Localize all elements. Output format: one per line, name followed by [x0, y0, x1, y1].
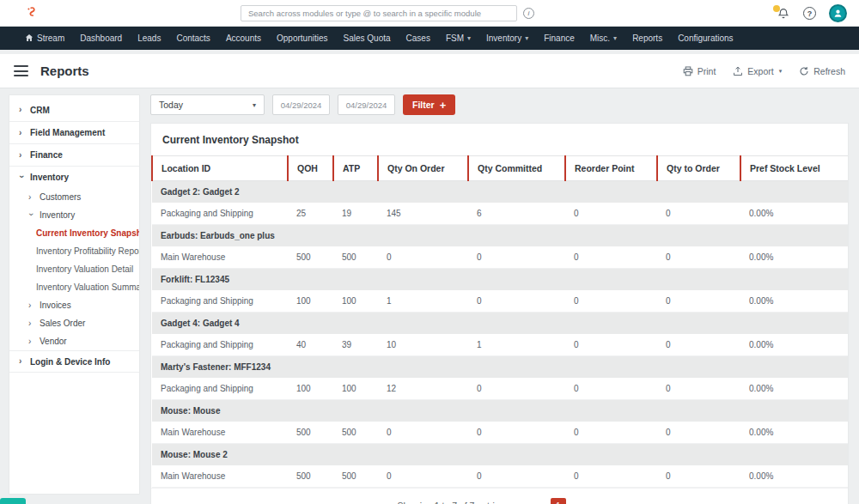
column-header-qty-committed[interactable]: Qty Committed	[468, 156, 565, 181]
table-cell: 0.00%	[740, 246, 848, 269]
sidebar-item-field-management[interactable]: ›Field Management	[9, 121, 139, 143]
table-cell: 0.00%	[740, 203, 848, 225]
sidebar-item-inventory[interactable]: ›Inventory	[9, 206, 139, 224]
sidebar-item-crm[interactable]: ›CRM	[9, 99, 139, 121]
group-label: Forklift: FL12345	[152, 269, 848, 291]
refresh-label: Refresh	[813, 66, 845, 76]
print-button[interactable]: Print	[683, 66, 716, 76]
user-avatar[interactable]	[829, 4, 847, 22]
sidebar-item-customers[interactable]: ›Customers	[9, 188, 139, 206]
table-cell: 0	[657, 246, 740, 269]
sidebar-item-vendor[interactable]: ›Vendor	[9, 332, 139, 350]
end-date-input[interactable]	[338, 94, 395, 115]
table-cell: 0	[565, 334, 657, 356]
table-cell: 145	[378, 203, 468, 225]
start-date-input[interactable]	[272, 94, 330, 115]
group-row: Gadget 2: Gadget 2	[152, 181, 848, 203]
column-header-pref-stock-level[interactable]: Pref Stock Level	[740, 156, 848, 181]
filter-button[interactable]: Filter +	[403, 94, 455, 115]
table-cell: 1	[468, 334, 565, 356]
nav-item-stream[interactable]: Stream	[17, 27, 72, 50]
table-cell: 0	[468, 465, 565, 488]
prev-page-button[interactable]: ‹	[533, 501, 540, 504]
help-button[interactable]: ?	[803, 7, 816, 20]
nav-item-label: Accounts	[226, 33, 261, 43]
group-row: Forklift: FL12345	[152, 269, 848, 291]
notifications-button[interactable]	[777, 7, 790, 21]
nav-item-sales-quota[interactable]: Sales Quota	[336, 27, 399, 50]
chevron-down-icon: ▾	[525, 34, 528, 42]
nav-item-misc[interactable]: Misc.▾	[582, 27, 624, 50]
column-header-qoh[interactable]: QOH	[288, 156, 333, 181]
nav-item-configurations[interactable]: Configurations	[670, 27, 740, 50]
chevron-down-icon: ▾	[613, 34, 617, 42]
table-cell: 0.00%	[740, 290, 848, 313]
table-cell: 0	[468, 422, 565, 444]
search-info-icon[interactable]: i	[523, 8, 534, 19]
table-cell: 500	[288, 246, 333, 269]
table-cell: 500	[288, 465, 333, 488]
table-cell: 0.00%	[740, 334, 848, 356]
table-row: Packaging and Shipping4039101000.00%	[152, 334, 848, 356]
nav-item-leads[interactable]: Leads	[130, 27, 168, 50]
nav-item-accounts[interactable]: Accounts	[218, 27, 269, 50]
table-cell: 0	[378, 422, 468, 444]
table-header-row: Location IDQOHATPQty On OrderQty Committ…	[152, 156, 848, 181]
pagination-summary: Showing 1 to 7 of 7 entries	[398, 501, 504, 504]
sidebar-item-label: Current Inventory Snapshot	[36, 228, 140, 238]
nav-item-fsm[interactable]: FSM▾	[438, 27, 478, 50]
nav-item-opportunities[interactable]: Opportunities	[269, 27, 335, 50]
export-button[interactable]: Export ▾	[733, 66, 782, 76]
refresh-icon	[799, 66, 809, 76]
table-cell: 500	[333, 465, 378, 488]
nav-item-dashboard[interactable]: Dashboard	[72, 27, 130, 50]
sidebar-item-label: Login & Device Info	[30, 357, 110, 367]
nav-item-reports[interactable]: Reports	[624, 27, 670, 50]
column-header-qty-to-order[interactable]: Qty to Order	[657, 156, 740, 181]
group-label: Earbuds: Earbuds_one plus	[152, 225, 848, 247]
sidebar-item-current-inventory-snapshot[interactable]: Current Inventory Snapshot	[9, 224, 139, 242]
sidebar-item-invoices[interactable]: ›Invoices	[9, 296, 139, 314]
nav-item-inventory[interactable]: Inventory▾	[478, 27, 536, 50]
refresh-button[interactable]: Refresh	[799, 66, 845, 76]
sidebar-item-sales-order[interactable]: ›Sales Order	[9, 314, 139, 332]
date-range-select[interactable]: Today ▾	[150, 94, 265, 115]
sidebar-item-inventory-profitability-report[interactable]: Inventory Profitability Report	[9, 242, 139, 260]
current-page-button[interactable]: 1	[551, 498, 566, 504]
global-search-input[interactable]	[241, 5, 517, 21]
plus-icon: +	[440, 100, 447, 111]
column-header-reorder-point[interactable]: Reorder Point	[565, 156, 657, 181]
chevron-icon: ›	[27, 213, 35, 218]
column-header-qty-on-order[interactable]: Qty On Order	[378, 156, 468, 181]
first-page-button[interactable]: «	[515, 501, 523, 504]
table-cell: Packaging and Shipping	[152, 290, 288, 313]
export-icon	[733, 66, 743, 76]
topbar: i ?	[0, 0, 859, 27]
chevron-down-icon: ▾	[467, 34, 471, 42]
last-page-button[interactable]: »	[593, 501, 601, 504]
table-cell: 0	[565, 246, 657, 269]
next-page-button[interactable]: ›	[576, 501, 583, 504]
sidebar-item-inventory-valuation-summary[interactable]: Inventory Valuation Summary	[9, 278, 139, 296]
chat-widget-tab[interactable]	[0, 498, 26, 504]
column-header-atp[interactable]: ATP	[333, 156, 378, 181]
sidebar-item-inventory[interactable]: ›Inventory	[9, 166, 139, 188]
date-range-value: Today	[159, 100, 183, 110]
sidebar-item-login-device-info[interactable]: ›Login & Device Info	[9, 350, 139, 373]
chevron-icon: ›	[19, 357, 24, 366]
sidebar-item-label: Vendor	[40, 337, 67, 346]
table-cell: 0	[468, 378, 565, 400]
column-header-location-id[interactable]: Location ID	[152, 156, 288, 181]
menu-toggle-button[interactable]	[14, 65, 28, 76]
app-logo	[24, 6, 38, 20]
nav-item-contacts[interactable]: Contacts	[168, 27, 217, 50]
page-header: Reports Print Export ▾ Refresh	[0, 54, 859, 88]
sidebar-item-finance[interactable]: ›Finance	[9, 143, 139, 166]
sidebar-item-inventory-valuation-detail[interactable]: Inventory Valuation Detail	[9, 260, 139, 278]
table-cell: 0.00%	[740, 378, 848, 400]
inventory-table: Location IDQOHATPQty On OrderQty Committ…	[151, 155, 848, 488]
nav-item-cases[interactable]: Cases	[399, 27, 438, 50]
table-cell: 39	[333, 334, 378, 356]
nav-item-finance[interactable]: Finance	[536, 27, 582, 50]
table-body: Gadget 2: Gadget 2Packaging and Shipping…	[152, 181, 848, 488]
